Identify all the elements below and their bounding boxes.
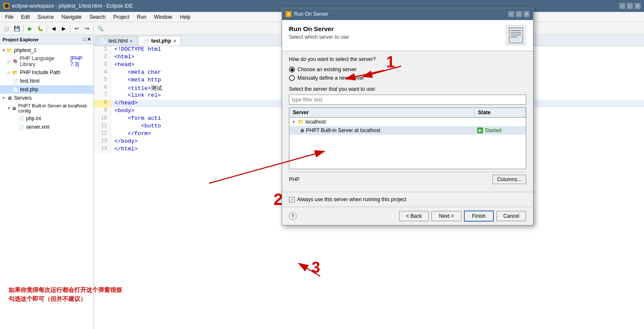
- tab-testphp-icon: 📄: [143, 38, 149, 44]
- line-content-5: <meta http: [111, 77, 161, 84]
- forward-nav-btn[interactable]: ▶: [59, 24, 68, 33]
- dialog-controls: ─ □ ✕: [508, 11, 530, 17]
- radio-manual-btn[interactable]: [289, 75, 295, 81]
- line-num-10: 10: [94, 115, 111, 123]
- testphp-label: test.php: [20, 87, 38, 92]
- line-num-7: 7: [94, 92, 111, 100]
- line-content-7: <link rel=: [111, 92, 161, 100]
- line-content-1: <!DOCTYPE html: [111, 46, 161, 54]
- sidebar-item-include[interactable]: ▷ 📂 PHP Include Path: [0, 68, 93, 77]
- tab-testphp-close[interactable]: ✕: [173, 39, 176, 43]
- sidebar-close-btn[interactable]: ✕: [87, 37, 91, 42]
- next-button[interactable]: Next >: [431, 211, 461, 221]
- bottom-annotation: 如果你觉得每次运行都会打开这个弹窗很烦 勾选这个即可（但并不建议）: [9, 286, 122, 303]
- server-row-php7[interactable]: 🖥 PHP7 Built-in Server at localhost ▶ St…: [289, 126, 526, 135]
- started-icon: ▶: [477, 127, 483, 133]
- dialog-header-subtitle: Select which server to use: [289, 34, 501, 40]
- menu-help[interactable]: Help: [177, 13, 194, 21]
- line-num-9: 9: [94, 107, 111, 115]
- tab-testphp[interactable]: 📄 test.php ✕: [138, 36, 181, 46]
- phpini-label: php.ini: [26, 115, 41, 121]
- new-btn[interactable]: ⬜: [2, 24, 11, 33]
- redo-btn[interactable]: ↪: [82, 24, 92, 33]
- dialog-title-bar: 🖥 Run On Server ─ □ ✕: [282, 8, 533, 20]
- maximize-btn[interactable]: □: [627, 3, 633, 9]
- dialog-icon: 🖥: [286, 11, 291, 17]
- always-use-server-checkbox[interactable]: [289, 197, 294, 202]
- back-button[interactable]: < Back: [399, 211, 429, 221]
- testhtml-icon: 📄: [12, 78, 19, 84]
- server-row-name: PHP7 Built-in Server at localhost: [306, 127, 380, 133]
- tab-testhtml-label: test.html: [108, 38, 128, 44]
- sidebar-item-testphp[interactable]: 📄 test.php: [0, 85, 93, 94]
- run-on-server-dialog[interactable]: 🖥 Run On Server ─ □ ✕ Run On Server Sele…: [282, 8, 533, 225]
- radio-existing[interactable]: Choose an existing server: [289, 66, 526, 72]
- help-button[interactable]: ?: [289, 212, 297, 220]
- dialog-title: Run On Server: [294, 11, 506, 17]
- debug-btn[interactable]: 🐛: [35, 24, 45, 33]
- sidebar-item-servers[interactable]: ▼ 🖥 Servers: [0, 94, 93, 102]
- sidebar-item-php7server[interactable]: ▼ 🖥 PHP7 Built-in Server at localhost-co…: [0, 102, 93, 114]
- line-num-3: 3: [94, 61, 111, 69]
- menu-project[interactable]: Project: [110, 13, 132, 21]
- ide-window: 🌑 eclipse-workspace - phptest_1/test.htm…: [0, 0, 644, 329]
- line-content-4: <meta char: [111, 69, 161, 77]
- line-num-5: 5: [94, 77, 111, 84]
- checkbox-section: Always use this server when running this…: [282, 192, 533, 207]
- sidebar-item-testhtml[interactable]: 📄 test.html: [0, 77, 93, 85]
- dialog-close-btn[interactable]: ✕: [524, 11, 530, 17]
- undo-btn[interactable]: ↩: [72, 24, 82, 33]
- radio-manual[interactable]: Manually define a new server: [289, 75, 526, 81]
- line-num-13: 13: [94, 138, 111, 146]
- line-num-8: 8: [94, 100, 111, 107]
- sidebar-title-group: Project Explorer: [3, 37, 39, 42]
- sidebar-item-phpini[interactable]: 📄 php.ini: [0, 114, 93, 123]
- save-btn[interactable]: 💾: [12, 24, 21, 33]
- phpini-icon: 📄: [18, 115, 25, 122]
- include-label: PHP Include Path: [20, 69, 61, 75]
- line-content-12: </form>: [111, 130, 151, 138]
- back-nav-btn[interactable]: ◀: [49, 24, 58, 33]
- menu-source[interactable]: Source: [34, 13, 57, 21]
- minimize-btn[interactable]: ─: [619, 3, 625, 9]
- sidebar-item-serverxml[interactable]: 📄 server.xml: [0, 123, 93, 131]
- dialog-body: How do you want to select the server? Ch…: [282, 51, 533, 192]
- sidebar-minimize-btn[interactable]: □: [83, 37, 86, 42]
- radio-existing-btn[interactable]: [289, 66, 295, 72]
- run-btn[interactable]: ▶: [25, 24, 35, 33]
- sidebar-item-phptest1[interactable]: ▼ 📁 phptest_1: [0, 46, 93, 55]
- menu-edit[interactable]: Edit: [17, 13, 33, 21]
- finish-button[interactable]: Finish: [464, 211, 494, 222]
- menu-window[interactable]: Window: [151, 13, 176, 21]
- filter-input[interactable]: [289, 95, 526, 105]
- line-num-4: 4: [94, 69, 111, 77]
- php7server-icon: 🖥: [11, 105, 17, 112]
- cancel-button[interactable]: Cancel: [496, 211, 526, 221]
- search-toolbar-btn[interactable]: 🔍: [96, 24, 105, 33]
- expand-localhost-icon: ▼: [292, 120, 296, 124]
- eclipse-icon: 🌑: [3, 3, 9, 9]
- close-btn[interactable]: ✕: [635, 3, 641, 9]
- menu-search[interactable]: Search: [86, 13, 109, 21]
- server-table-empty: [289, 135, 526, 169]
- expand-phplib: ▷: [8, 59, 12, 63]
- radio-group: Choose an existing server Manually defin…: [289, 66, 526, 81]
- dialog-maximize-btn[interactable]: □: [516, 11, 522, 17]
- expand-include: ▷: [8, 70, 12, 75]
- line-content-9: <body>: [111, 107, 134, 115]
- sidebar-item-php-lib[interactable]: ▷ 📚 PHP Language Library [PHP 7.3]: [0, 55, 93, 68]
- menu-run[interactable]: Run: [134, 13, 150, 21]
- servers-label: Servers: [14, 95, 32, 101]
- server-group-localhost[interactable]: ▼ 📁 localhost: [289, 118, 526, 126]
- tab-testhtml-close[interactable]: ✕: [129, 39, 133, 43]
- line-content-2: <html>: [111, 54, 134, 61]
- dialog-footer: ? < Back Next > Finish Cancel: [282, 207, 533, 225]
- columns-button[interactable]: Columns...: [492, 175, 526, 184]
- menu-file[interactable]: File: [2, 13, 17, 21]
- menu-navigate[interactable]: Navigate: [58, 13, 85, 21]
- sidebar-header-controls: □ ✕: [83, 37, 91, 42]
- dialog-header-text: Run On Server Select which server to use: [289, 25, 501, 40]
- tab-testhtml[interactable]: 📄 test.html ✕: [96, 36, 137, 46]
- dialog-minimize-btn[interactable]: ─: [508, 11, 514, 17]
- server-table-header: Server State: [289, 108, 526, 118]
